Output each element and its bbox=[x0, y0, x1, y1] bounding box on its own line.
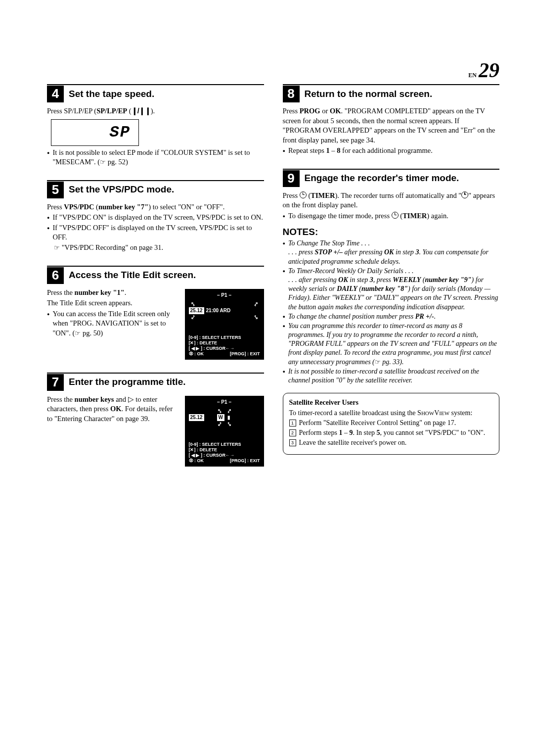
satellite-receiver-box: Satellite Receiver Users To timer-record… bbox=[283, 393, 500, 454]
note-item: To Change The Stop Time . . .. . . press… bbox=[283, 239, 500, 266]
down-arrows: ⤦⤥ bbox=[189, 422, 260, 427]
char-box: W bbox=[217, 414, 224, 421]
step-title: Enter the programme title. bbox=[69, 376, 186, 388]
hand-icon bbox=[75, 329, 81, 337]
data-row: 25.12 W ▮ bbox=[189, 414, 260, 421]
enum-item: 1Perform "Satellite Receiver Control Set… bbox=[289, 419, 493, 428]
step-header: 5 Set the VPS/PDC mode. bbox=[47, 180, 264, 198]
instruction: Press the number key "1". bbox=[47, 288, 176, 298]
up-arrows: ⤣⤤ bbox=[189, 301, 260, 307]
step-5: 5 Set the VPS/PDC mode. Press VPS/PDC (n… bbox=[47, 180, 264, 253]
cursor-icon: ▮ bbox=[226, 414, 230, 421]
step-number: 9 bbox=[283, 170, 300, 187]
data-row: 25.12 21:00 ARD bbox=[189, 307, 260, 314]
up-arrows: ⤣⤤ bbox=[189, 408, 260, 414]
page-number: EN29 bbox=[468, 57, 499, 84]
hand-icon bbox=[375, 358, 381, 366]
step-title: Set the tape speed. bbox=[69, 88, 154, 100]
screen-header: – P1 – bbox=[189, 292, 260, 299]
step-body: Press VPS/PDC (number key "7") to select… bbox=[47, 202, 264, 253]
step-body: Press PROG or OK. "PROGRAM COMPLETED" ap… bbox=[283, 106, 500, 156]
instruction: Press (TIMER). The recorder turns off au… bbox=[283, 191, 500, 210]
square-1-icon: 1 bbox=[289, 420, 296, 426]
tv-screen-enter-title: – P1 – ⤣⤤ 25.12 W ▮ ⤦⤥ [0-9] : SELECT LE… bbox=[185, 396, 264, 467]
notes-heading: NOTES: bbox=[283, 226, 500, 238]
instruction: Press VPS/PDC (number key "7") to select… bbox=[47, 202, 264, 212]
left-column: 4 Set the tape speed. Press SP/LP/EP (SP… bbox=[47, 84, 264, 479]
step-number: 4 bbox=[47, 86, 64, 102]
instruction: Press PROG or OK. "PROGRAM COMPLETED" ap… bbox=[283, 106, 500, 145]
date-box: 25.12 bbox=[189, 307, 204, 314]
manual-page: EN29 4 Set the tape speed. Press SP/LP/E… bbox=[0, 0, 534, 756]
square-2-icon: 2 bbox=[289, 429, 296, 436]
step-number: 8 bbox=[283, 86, 300, 102]
square-3-icon: 3 bbox=[289, 439, 296, 446]
note-item: You can programme this recorder to timer… bbox=[283, 322, 500, 367]
step-body: Press (TIMER). The recorder turns off au… bbox=[283, 191, 500, 221]
box-title: Satellite Receiver Users bbox=[289, 398, 493, 408]
step-header: 7 Enter the programme title. bbox=[47, 373, 264, 391]
page-lang: EN bbox=[468, 72, 477, 79]
two-column-layout: 4 Set the tape speed. Press SP/LP/EP (SP… bbox=[47, 84, 499, 479]
right-column: 8 Return to the normal screen. Press PRO… bbox=[283, 84, 500, 479]
notes-list: To Change The Stop Time . . .. . . press… bbox=[283, 239, 500, 385]
hand-icon bbox=[100, 158, 106, 166]
showview-text: SHOWVIEW bbox=[417, 409, 449, 417]
screen-header: – P1 – bbox=[189, 399, 260, 406]
step-header: 4 Set the tape speed. bbox=[47, 84, 264, 102]
instruction: The Title Edit screen appears. bbox=[47, 298, 176, 308]
instruction: Press SP/LP/EP (SP/LP/EP (❙/❙❙). bbox=[47, 106, 264, 116]
step-number: 5 bbox=[47, 182, 64, 198]
step-9: 9 Engage the recorder's timer mode. Pres… bbox=[283, 169, 500, 221]
enum-item: 2Perform steps 1 – 9. In step 5, you can… bbox=[289, 428, 493, 438]
reference: "VPS/PDC Recording" on page 31. bbox=[54, 243, 264, 253]
bullet: You can access the Title Edit screen onl… bbox=[47, 309, 176, 338]
step-body: Press the number keys and ▷ to enter cha… bbox=[47, 395, 264, 467]
display-sp: SP bbox=[51, 119, 139, 146]
step-title: Return to the normal screen. bbox=[305, 88, 433, 100]
step-6: 6 Access the Title Edit screen. Press th… bbox=[47, 266, 264, 360]
step-number: 7 bbox=[47, 374, 64, 391]
timer-icon bbox=[300, 191, 307, 198]
step-title: Engage the recorder's timer mode. bbox=[305, 172, 459, 185]
step-title: Set the VPS/PDC mode. bbox=[69, 184, 174, 196]
note-item: To change the channel position number pr… bbox=[283, 312, 500, 321]
down-arrows: ⤦⤥ bbox=[189, 315, 260, 320]
step-4: 4 Set the tape speed. Press SP/LP/EP (SP… bbox=[47, 84, 264, 167]
note-item: To Timer-Record Weekly Or Daily Serials … bbox=[283, 267, 500, 312]
legend: [0-9] : SELECT LETTERS [✕] : DELETE [ ◀ … bbox=[189, 442, 260, 464]
note-item: It is not possible to timer-record a sat… bbox=[283, 367, 500, 385]
step-number: 6 bbox=[47, 267, 64, 284]
time-channel: 21:00 ARD bbox=[206, 307, 231, 314]
bullet: If "VPS/PDC OFF" is displayed on the TV … bbox=[47, 223, 264, 242]
step-8: 8 Return to the normal screen. Press PRO… bbox=[283, 84, 500, 156]
instruction: Press the number keys and ▷ to enter cha… bbox=[47, 395, 176, 424]
page-num: 29 bbox=[479, 59, 499, 82]
text-block: Press the number key "1". The Title Edit… bbox=[47, 288, 176, 339]
step-header: 8 Return to the normal screen. bbox=[283, 84, 500, 102]
step-body: Press the number key "1". The Title Edit… bbox=[47, 288, 264, 360]
bullet: Repeat steps 1 – 8 for each additional p… bbox=[283, 146, 500, 156]
note-bullet: It is not possible to select EP mode if … bbox=[47, 148, 264, 167]
tv-screen-title-edit: – P1 – ⤣⤤ 25.12 21:00 ARD ⤦⤥ [0-9] : SEL… bbox=[185, 289, 264, 360]
tape-speed-icon: ❙/❙❙ bbox=[132, 107, 151, 115]
step-header: 6 Access the Title Edit screen. bbox=[47, 266, 264, 284]
timer-icon bbox=[461, 191, 468, 198]
enum-item: 3Leave the satellite receiver's power on… bbox=[289, 438, 493, 448]
step-title: Access the Title Edit screen. bbox=[69, 269, 196, 282]
timer-icon bbox=[392, 212, 399, 219]
legend: [0-9] : SELECT LETTERS [✕] : DELETE [ ◀ … bbox=[189, 335, 260, 357]
date-box: 25.12 bbox=[189, 414, 204, 421]
box-intro: To timer-record a satellite broadcast us… bbox=[289, 409, 493, 418]
step-header: 9 Engage the recorder's timer mode. bbox=[283, 169, 500, 187]
step-body: Press SP/LP/EP (SP/LP/EP (❙/❙❙). SP It i… bbox=[47, 106, 264, 167]
hand-icon bbox=[54, 243, 60, 251]
text-block: Press the number keys and ▷ to enter cha… bbox=[47, 395, 176, 425]
step-7: 7 Enter the programme title. Press the n… bbox=[47, 373, 264, 467]
bullet: If "VPS/PDC ON" is displayed on the TV s… bbox=[47, 213, 264, 223]
bullet: To disengage the timer mode, press (TIME… bbox=[283, 211, 500, 221]
